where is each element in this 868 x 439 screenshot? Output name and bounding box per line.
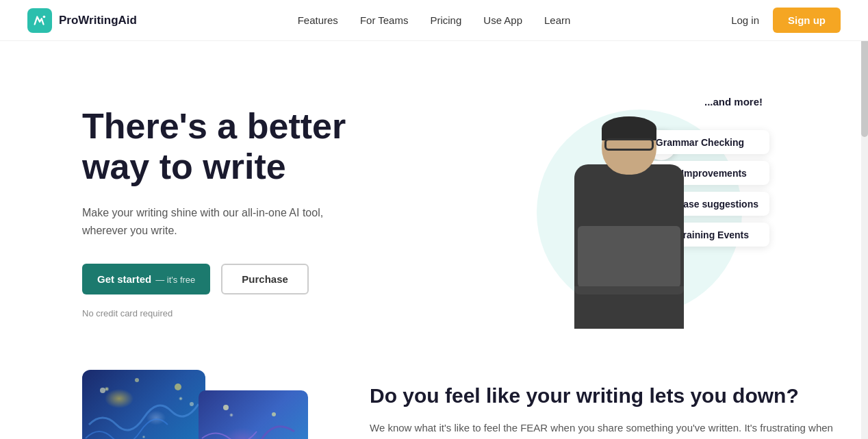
svg-point-3	[175, 384, 181, 390]
nav-links: Features For Teams Pricing Use App Learn	[298, 14, 571, 27]
nav-features[interactable]: Features	[298, 14, 338, 26]
svg-point-2	[135, 378, 139, 382]
svg-point-4	[190, 402, 194, 406]
hero-subtitle: Make your writing shine with our all-in-…	[82, 204, 356, 239]
hero-buttons: Get started— it's free Purchase	[82, 264, 438, 294]
logo-text: ProWritingAid	[59, 14, 137, 27]
svg-point-0	[43, 15, 46, 18]
scrollbar-track[interactable]	[861, 0, 868, 439]
person-figure	[564, 116, 694, 329]
second-section-text: Do you feel like your writing lets you d…	[370, 370, 841, 439]
purchase-button[interactable]: Purchase	[221, 264, 309, 294]
hero-section: There's a better way to write Make your …	[0, 41, 868, 370]
art-overlay	[199, 390, 308, 439]
hero-illustration: ⭐ ...and more! ✏️ Grammar Checking ⚡ Sty…	[509, 96, 769, 329]
logo-link[interactable]: ProWritingAid	[27, 8, 137, 33]
art-background	[82, 370, 205, 439]
nav-for-teams[interactable]: For Teams	[360, 14, 409, 26]
svg-point-6	[272, 412, 276, 416]
no-credit-text: No credit card required	[82, 308, 438, 318]
art-container: My idea in my head	[82, 370, 315, 439]
signup-button[interactable]: Sign up	[773, 8, 841, 33]
get-started-button[interactable]: Get started— it's free	[82, 264, 210, 294]
nav-actions: Log in Sign up	[731, 8, 841, 33]
logo-icon	[27, 8, 52, 33]
hero-content: There's a better way to write Make your …	[82, 106, 438, 319]
nav-pricing[interactable]: Pricing	[430, 14, 461, 26]
hero-visual: ⭐ ...and more! ✏️ Grammar Checking ⚡ Sty…	[438, 82, 841, 342]
second-title: Do you feel like your writing lets you d…	[370, 384, 841, 408]
second-description: We know what it's like to feel the FEAR …	[370, 419, 841, 439]
svg-point-1	[100, 388, 105, 393]
nav-use-app[interactable]: Use App	[483, 14, 522, 26]
nav-learn[interactable]: Learn	[544, 14, 570, 26]
login-link[interactable]: Log in	[731, 14, 759, 26]
svg-point-5	[223, 405, 229, 410]
hero-title: There's a better way to write	[82, 106, 438, 188]
navbar: ProWritingAid Features For Teams Pricing…	[0, 0, 868, 41]
and-more-text: ...and more!	[704, 96, 763, 108]
second-section: My idea in my head Do you feel like your…	[0, 370, 868, 439]
